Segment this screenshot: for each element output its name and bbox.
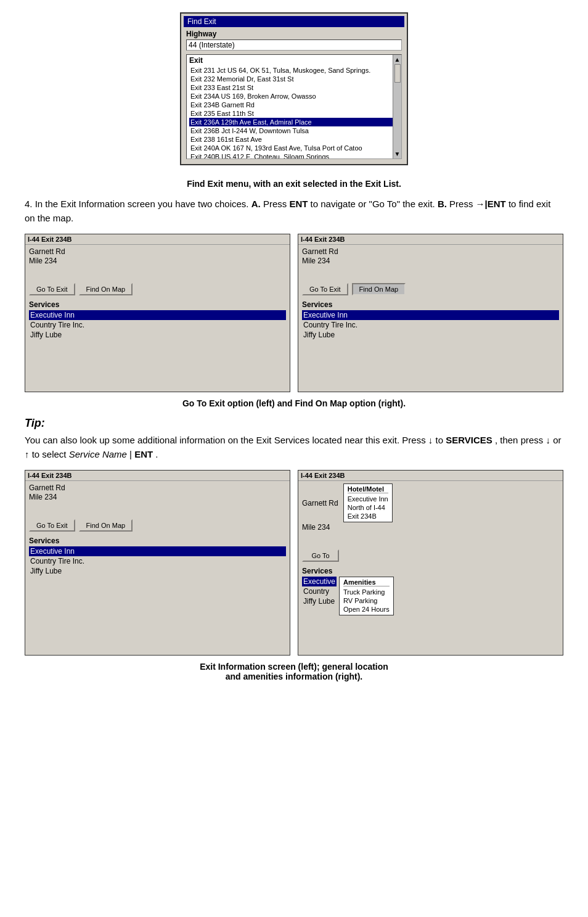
left-p1-services-label: Services [29,300,286,309]
right-p2-buttons: Go To [302,549,559,562]
left-panel-1-title: I-44 Exit 234B [25,234,290,245]
find-on-map-button-left[interactable]: Find On Map [79,283,133,295]
right-panel-1-body: Garnett Rd Mile 234 Go To Exit Find On M… [298,245,563,392]
service-item[interactable]: Jiffy Lube [302,596,337,606]
tip-arrow2: ↓ [545,435,550,445]
right-p1-line1: Garnett Rd [302,247,559,256]
service-item[interactable]: Country Tire Inc. [29,320,286,330]
exit-list-item[interactable]: Exit 231 Jct US 64, OK 51, Tulsa, Muskog… [189,66,399,75]
left-panel-2: I-44 Exit 234B Garnett Rd Mile 234 Go To… [25,470,290,656]
left-p1-line2: Mile 234 [29,257,286,265]
tooltip-title: Hotel/Motel [348,485,388,493]
right-p1-line2: Mile 234 [302,257,559,265]
service-item[interactable]: Country Tire Inc. [29,556,286,566]
exit-list[interactable]: Exit 231 Jct US 64, OK 51, Tulsa, Muskog… [187,65,401,159]
left-panel-2-body: Garnett Rd Mile 234 Go To Exit Find On M… [25,481,290,628]
body-bold-arrow-ent: →|ENT [476,199,506,209]
right-panel-2-title: I-44 Exit 234B [298,471,563,481]
exit-list-item[interactable]: Exit 240B US 412 E, Choteau, Siloam Spri… [189,152,399,159]
goto-button-right2[interactable]: Go To [302,549,339,562]
highway-input[interactable] [186,39,402,51]
right-panel-1-title: I-44 Exit 234B [298,234,563,245]
amenities-item-2: RV Parking [343,596,390,605]
exit-list-item[interactable]: Exit 232 Memorial Dr, East 31st St [189,75,399,83]
service-item[interactable]: Jiffy Lube [29,566,286,576]
exit-list-item[interactable]: Exit 236B Jct I-244 W, Downtown Tulsa [189,126,399,135]
goto-exit-button-left2[interactable]: Go To Exit [29,519,75,532]
right-panel-2: I-44 Exit 234B Garnett Rd Hotel/Motel Ex… [298,470,563,656]
bottom-caption: Exit Information screen (left); general … [25,662,563,681]
right-p2-line1: Garnett Rd Hotel/Motel Executive Inn Nor… [302,483,559,522]
right-p2-line2: Mile 234 [302,523,559,532]
bottom-caption-line1: Exit Information screen (left); general … [25,662,563,672]
caption2: Go To Exit option (left) and Find On Map… [25,398,563,408]
right-p1-services-label: Services [302,300,559,309]
amenities-item-1: Truck Parking [343,588,390,596]
body-paragraph-1: 4. In the Exit Information screen you ha… [25,197,563,225]
service-item[interactable]: Jiffy Lube [302,330,559,340]
right-p2-services-list: ExecutiveCountryJiffy Lube [302,577,337,606]
right-p1-buttons: Go To Exit Find On Map [302,283,559,295]
left-p2-services-label: Services [29,537,286,545]
service-item[interactable]: Executive Inn [302,310,559,320]
right-p2-garnett: Garnett Rd [302,499,338,508]
highway-label: Highway [186,30,402,38]
scrollbar-thumb[interactable] [394,64,401,83]
tooltip-item-1: Executive Inn [348,495,388,503]
left-panel-1-body: Garnett Rd Mile 234 Go To Exit Find On M… [25,245,290,392]
tip-pipe: | [129,449,132,459]
tip-body: You can also look up some additional inf… [25,434,563,461]
left-p2-services-list: Executive InnCountry Tire Inc.Jiffy Lube [29,546,286,576]
body-bold-B: B. [438,199,447,209]
right-p1-services-list: Executive InnCountry Tire Inc.Jiffy Lube [302,310,559,340]
tooltip-item-2: North of I-44 [348,503,388,512]
amenities-tooltip: Amenities Truck Parking RV Parking Open … [339,577,394,615]
right-panel-2-body: Garnett Rd Hotel/Motel Executive Inn Nor… [298,481,563,655]
exit-list-item[interactable]: Exit 233 East 21st St [189,83,399,92]
right-p2-services-row: ExecutiveCountryJiffy Lube Amenities Tru… [302,577,559,615]
bottom-caption-line2: and amenities information (right). [25,672,563,681]
service-item[interactable]: Executive Inn [29,310,286,320]
tip-text2: to [435,435,446,445]
left-p1-line1: Garnett Rd [29,247,286,256]
tip-arrow1: ↓ [428,435,433,445]
service-item[interactable]: Country Tire Inc. [302,320,559,330]
goto-exit-button-right[interactable]: Go To Exit [302,283,348,295]
exit-list-item[interactable]: Exit 240A OK 167 N, 193rd East Ave, Tuls… [189,144,399,152]
scrollbar[interactable]: ▲ ▼ [393,55,401,158]
exit-list-item[interactable]: Exit 238 161st East Ave [189,135,399,144]
exit-list-item[interactable]: Exit 234A US 169, Broken Arrow, Owasso [189,92,399,101]
service-item[interactable]: Executive [302,577,337,586]
body-text-1c: Press [263,199,290,209]
dialog-titlebar: Find Exit [184,16,404,27]
tip-ent-bold: ENT [134,449,153,459]
left-p2-line1: Garnett Rd [29,483,286,492]
exit-list-item[interactable]: Exit 234B Garnett Rd [189,101,399,109]
find-exit-dialog: Find Exit Highway Exit Exit 231 Jct US 6… [180,12,408,165]
tip-or: or [553,435,561,445]
exit-label: Exit [187,55,401,65]
left-p1-buttons: Go To Exit Find On Map [29,283,286,295]
exit-list-item[interactable]: Exit 236A 129th Ave East, Admiral Place [189,118,399,126]
right-p2-services-label: Services [302,567,559,575]
service-item[interactable]: Jiffy Lube [29,330,286,340]
dialog-title: Find Exit [187,17,216,26]
left-panel-2-title: I-44 Exit 234B [25,471,290,481]
tip-heading: Tip: [25,417,563,430]
goto-exit-button-left[interactable]: Go To Exit [29,283,75,295]
exit-list-item[interactable]: Exit 235 East 11th St [189,109,399,118]
find-on-map-button-left2[interactable]: Find On Map [79,519,133,532]
left-p2-buttons: Go To Exit Find On Map [29,519,286,532]
body-text-1e: to navigate or "Go To" the exit. [311,199,438,209]
find-on-map-button-right[interactable]: Find On Map [352,283,406,295]
tip-service-name-italic: Service Name [69,449,127,459]
tip-arrow3: ↑ [25,449,30,459]
service-item[interactable]: Executive Inn [29,546,286,556]
caption1: Find Exit menu, with an exit selected in… [25,179,563,189]
panel-row-1: I-44 Exit 234B Garnett Rd Mile 234 Go To… [25,234,563,392]
amenities-item-3: Open 24 Hours [343,605,390,614]
amenities-title: Amenities [343,578,390,586]
tip-text4: to select [32,449,69,459]
service-item[interactable]: Country [302,586,337,596]
left-p1-services-list: Executive InnCountry Tire Inc.Jiffy Lube [29,310,286,340]
